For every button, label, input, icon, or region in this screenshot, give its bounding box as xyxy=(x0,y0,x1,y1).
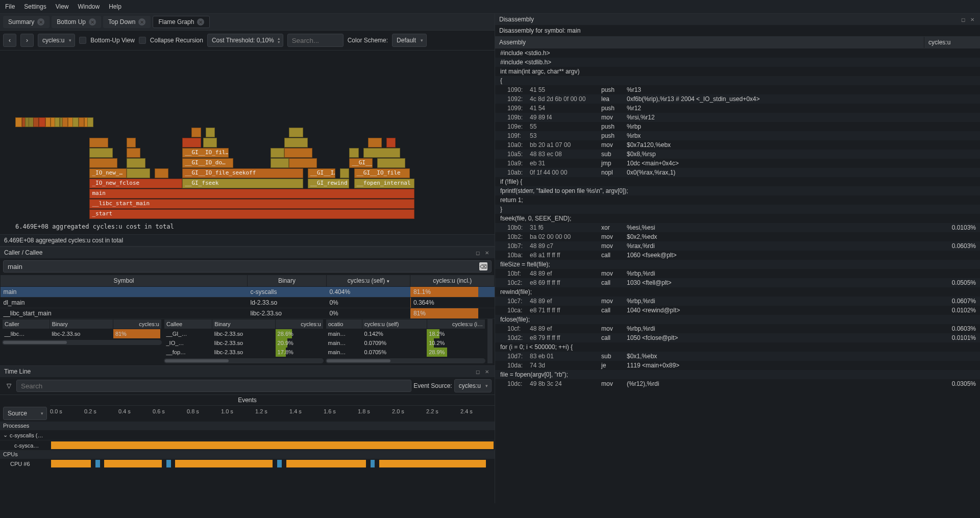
disasm-line[interactable]: { xyxy=(495,76,980,85)
counter-select[interactable]: cycles:u xyxy=(38,34,75,47)
flame-frame[interactable] xyxy=(55,117,60,127)
flame-frame[interactable] xyxy=(271,158,289,168)
col-assembly[interactable]: Assembly xyxy=(495,37,924,48)
flame-graph[interactable]: __GI__IO_fil…__GI__IO_do…__GI__…_IO_new_… xyxy=(0,51,495,234)
flame-frame[interactable] xyxy=(89,138,108,147)
flame-frame[interactable]: __GI__I… xyxy=(308,168,336,178)
disasm-line[interactable]: 109e:55push%rbp xyxy=(495,122,980,131)
disasm-line[interactable]: 1090:41 55push%r13 xyxy=(495,85,980,94)
collapse-recursion-checkbox[interactable] xyxy=(139,37,146,44)
disasm-line[interactable]: #include <stdlib.h> xyxy=(495,58,980,67)
disasm-line[interactable]: 109f:53push%rbx xyxy=(495,131,980,140)
flame-frame[interactable] xyxy=(182,138,201,147)
timeline-close-icon[interactable]: ✕ xyxy=(483,368,491,375)
table-row[interactable]: _IO_…libc-2.33.so20.9% xyxy=(164,338,324,348)
disasm-line[interactable]: fileSize = ftell(file); xyxy=(495,260,980,269)
flame-frame[interactable]: __GI__IO_file xyxy=(354,168,410,178)
nav-back-button[interactable]: ‹ xyxy=(3,34,16,47)
panel-close-icon[interactable]: ✕ xyxy=(483,249,491,256)
disasm-line[interactable]: 10da:74 3dje1119 <main+0x89> xyxy=(495,361,980,370)
close-icon[interactable]: ✕ xyxy=(138,18,145,26)
process-group-row[interactable]: ⌄c-syscalls (… xyxy=(0,430,495,440)
cpu-segment[interactable] xyxy=(286,460,366,467)
menu-file[interactable]: File xyxy=(5,3,15,10)
disasm-float-icon[interactable]: ◻ xyxy=(960,16,967,23)
flame-frame[interactable] xyxy=(377,158,405,168)
color-scheme-select[interactable]: Default xyxy=(392,34,427,47)
flame-frame[interactable]: _start xyxy=(89,209,414,219)
disasm-close-icon[interactable]: ✕ xyxy=(969,16,976,23)
flame-frame[interactable]: __GI_rewind xyxy=(308,179,350,188)
disasm-line[interactable]: 10b7:48 89 c7mov%rax,%rdi0.0603% xyxy=(495,241,980,251)
disasm-line[interactable]: 10a9:eb 31jmp10dc <main+0x4c> xyxy=(495,159,980,168)
flame-frame[interactable] xyxy=(79,117,84,127)
flame-frame[interactable] xyxy=(127,148,140,158)
disasm-line[interactable]: fclose(file); xyxy=(495,315,980,324)
disasm-line[interactable]: 10d2:e8 79 ff ff ffcall1050 <fclose@plt>… xyxy=(495,333,980,342)
table-row[interactable]: main…0.0709%10.2% xyxy=(326,338,485,348)
disasm-line[interactable]: 10b0:31 f6xor%esi,%esi0.0103% xyxy=(495,223,980,232)
menu-settings[interactable]: Settings xyxy=(24,3,46,10)
disasm-line[interactable]: 109b:49 89 f4mov%rsi,%r12 xyxy=(495,113,980,122)
col-loc-incl[interactable]: cycles:u (i… xyxy=(427,319,485,329)
flame-frame[interactable] xyxy=(271,148,284,158)
filter-icon[interactable]: ▽ xyxy=(3,382,14,389)
flame-frame[interactable] xyxy=(155,168,168,178)
flame-frame[interactable] xyxy=(363,148,401,158)
flame-frame[interactable] xyxy=(289,158,317,168)
disasm-line[interactable]: 10cf:48 89 efmov%rbp,%rdi0.0603% xyxy=(495,324,980,333)
tab-summary[interactable]: Summary✕ xyxy=(3,16,50,28)
disasm-line[interactable]: 10ca:e8 71 ff ff ffcall1040 <rewind@plt>… xyxy=(495,306,980,315)
col-callee[interactable]: Callee xyxy=(164,319,212,329)
table-row[interactable]: dl_mainld-2.33.so0%0.364% xyxy=(1,298,495,308)
flame-search-input[interactable] xyxy=(287,34,344,47)
disasm-line[interactable]: #include <stdio.h> xyxy=(495,48,980,58)
flame-frame[interactable] xyxy=(127,158,145,168)
disasm-line[interactable]: rewind(file); xyxy=(495,287,980,297)
timeline-search-input[interactable] xyxy=(16,380,411,392)
disasm-line[interactable]: } xyxy=(495,205,980,214)
flame-frame[interactable]: __GI_fseek xyxy=(182,179,303,188)
flame-frame[interactable]: _IO_new_fclose xyxy=(89,179,182,188)
disasm-line[interactable]: 10dc:49 8b 3c 24mov(%r12),%rdi0.0305% xyxy=(495,379,980,388)
disasm-line[interactable]: 10ba:e8 a1 ff ff ffcall1060 <fseek@plt> xyxy=(495,251,980,260)
close-icon[interactable]: ✕ xyxy=(197,18,204,26)
tab-flame-graph[interactable]: Flame Graph✕ xyxy=(153,16,210,28)
flame-frame[interactable] xyxy=(340,168,349,178)
flame-frame[interactable] xyxy=(349,148,358,158)
bottom-up-checkbox[interactable] xyxy=(79,37,86,44)
flame-frame[interactable]: __GI__IO_file_seekoff xyxy=(182,168,303,178)
flame-frame[interactable] xyxy=(45,117,51,127)
callers-hscroll[interactable] xyxy=(2,340,162,345)
table-row[interactable]: __libc_start_mainlibc-2.33.so0%81% xyxy=(1,308,495,319)
col-caller[interactable]: Caller xyxy=(3,319,50,329)
table-row[interactable]: __fop…libc-2.33.so17.8% xyxy=(164,348,324,357)
cpu-segment[interactable] xyxy=(379,460,486,467)
menu-view[interactable]: View xyxy=(56,3,69,10)
cpu-segment[interactable] xyxy=(95,460,100,467)
flame-frame[interactable]: __GI__IO_do… xyxy=(182,158,233,168)
disasm-line[interactable]: 10ab:0f 1f 44 00 00nopl0x0(%rax,%rax,1) xyxy=(495,168,980,177)
menu-help[interactable]: Help xyxy=(109,3,121,10)
panel-float-icon[interactable]: ◻ xyxy=(474,249,481,256)
close-icon[interactable]: ✕ xyxy=(37,18,44,26)
col-caller-binary[interactable]: Binary xyxy=(50,319,113,329)
disasm-line[interactable]: if (!file) { xyxy=(495,177,980,186)
caller-callee-filter-input[interactable] xyxy=(3,260,492,273)
tab-bottom-up[interactable]: Bottom Up✕ xyxy=(52,16,101,28)
menu-window[interactable]: Window xyxy=(78,3,100,10)
flame-frame[interactable] xyxy=(127,138,136,147)
process-row[interactable]: c-sysca… xyxy=(0,440,495,450)
col-cycles[interactable]: cycles:u xyxy=(924,37,980,48)
flame-frame[interactable] xyxy=(284,148,312,158)
table-row[interactable]: main…0.0705%28.9% xyxy=(326,348,485,357)
col-callee-cycles[interactable]: cycles:u xyxy=(276,319,324,329)
flame-frame[interactable]: __GI__… xyxy=(349,158,372,168)
flame-frame[interactable]: main xyxy=(89,189,414,199)
disasm-line[interactable]: 10bf:48 89 efmov%rbp,%rdi xyxy=(495,269,980,278)
locations-hscroll[interactable] xyxy=(326,358,485,363)
flame-frame[interactable] xyxy=(284,138,307,147)
disasm-line[interactable]: 10a0:bb 20 a1 07 00mov$0x7a120,%ebx xyxy=(495,140,980,150)
flame-frame[interactable] xyxy=(62,117,68,127)
flame-frame[interactable]: __libc_start_main xyxy=(89,199,414,209)
